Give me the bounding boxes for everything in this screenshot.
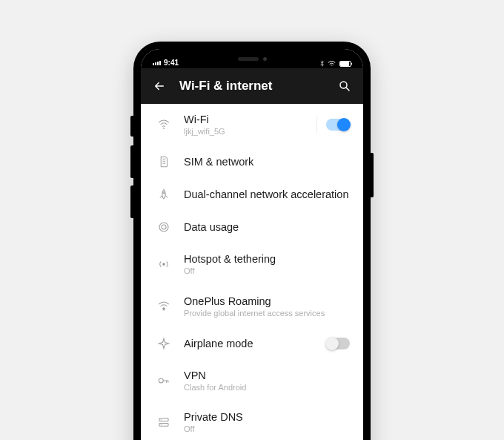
row-sublabel: Off — [184, 266, 350, 276]
row-label: Airplane mode — [184, 337, 326, 350]
row-label: Private DNS — [184, 410, 350, 424]
divider — [316, 116, 317, 134]
row-vpn[interactable]: VPN Clash for Android — [141, 360, 363, 401]
settings-list: Wi-Fi ljkj_wifi_5G SIM & network — [141, 104, 363, 440]
row-sublabel: Clash for Android — [184, 383, 350, 393]
side-button — [130, 185, 133, 218]
status-left: 9:41 — [153, 59, 179, 67]
row-label: Wi-Fi — [184, 113, 312, 126]
row-label: Dual-channel network acceleration — [184, 188, 350, 201]
status-time: 9:41 — [164, 59, 179, 67]
bluetooth-icon — [320, 60, 324, 67]
row-sublabel: ljkj_wifi_5G — [184, 127, 312, 137]
row-label: SIM & network — [184, 155, 350, 168]
cellular-signal-icon — [153, 61, 161, 65]
wifi-icon — [154, 118, 173, 131]
row-private-dns[interactable]: Private DNS Off — [141, 401, 363, 440]
roaming-icon — [154, 300, 173, 313]
status-bar-area: 9:41 — [141, 49, 363, 68]
search-icon[interactable] — [338, 79, 351, 93]
row-roaming[interactable]: OnePlus Roaming Provide global internet … — [141, 286, 363, 327]
row-dual-channel[interactable]: Dual-channel network acceleration — [141, 178, 363, 211]
svg-point-10 — [161, 424, 162, 425]
svg-point-2 — [163, 192, 165, 194]
svg-point-0 — [340, 82, 347, 88]
side-button — [130, 116, 133, 137]
row-data-usage[interactable]: Data usage — [141, 211, 363, 243]
battery-icon — [339, 61, 351, 67]
airplane-icon — [154, 337, 173, 350]
phone-frame: 9:41 Wi-Fi & internet — [133, 42, 371, 440]
airplane-toggle[interactable] — [326, 338, 350, 349]
data-usage-icon — [154, 220, 173, 234]
wifi-toggle[interactable] — [326, 119, 350, 131]
row-sim[interactable]: SIM & network — [141, 145, 363, 178]
sim-icon — [154, 155, 173, 168]
row-label: OnePlus Roaming — [184, 295, 350, 308]
svg-point-3 — [159, 223, 168, 232]
svg-point-5 — [162, 263, 165, 266]
row-hotspot[interactable]: Hotspot & tethering Off — [141, 243, 363, 285]
speaker — [238, 57, 259, 61]
hotspot-icon — [154, 257, 173, 271]
vpn-icon — [154, 374, 173, 387]
rocket-icon — [154, 188, 173, 201]
row-sublabel: Off — [184, 424, 350, 434]
side-button — [130, 145, 133, 178]
wifi-status-icon — [328, 61, 336, 67]
row-wifi[interactable]: Wi-Fi ljkj_wifi_5G — [141, 104, 363, 145]
svg-point-1 — [163, 128, 165, 129]
svg-point-6 — [159, 378, 163, 383]
notch — [208, 49, 296, 68]
status-right — [320, 60, 351, 67]
svg-point-9 — [161, 419, 162, 420]
app-bar: Wi-Fi & internet — [141, 68, 363, 104]
side-button — [371, 153, 374, 197]
row-label: Data usage — [184, 220, 350, 234]
svg-point-4 — [162, 225, 166, 229]
dns-icon — [154, 416, 173, 429]
row-label: Hotspot & tethering — [184, 252, 350, 266]
row-label: VPN — [184, 369, 350, 382]
row-sublabel: Provide global internet access services — [184, 309, 350, 318]
row-airplane[interactable]: Airplane mode — [141, 327, 363, 360]
back-icon[interactable] — [153, 79, 166, 93]
screen: 9:41 Wi-Fi & internet — [141, 49, 363, 440]
camera-dot — [263, 57, 267, 61]
page-title: Wi-Fi & internet — [179, 79, 325, 93]
